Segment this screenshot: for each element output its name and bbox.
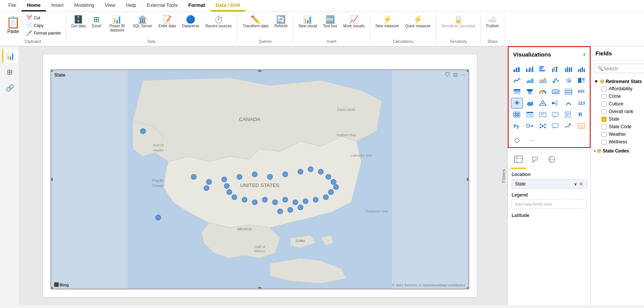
viz-clustered-horizontal[interactable]: [537, 64, 549, 74]
viz-kpi[interactable]: KPI: [575, 86, 587, 97]
paste-button[interactable]: 📋 Paste: [3, 14, 23, 36]
tab-modeling[interactable]: Modeling: [69, 0, 100, 11]
sidebar-btn-table[interactable]: ⊞: [2, 65, 17, 79]
viz-line[interactable]: [511, 75, 523, 86]
viz-card[interactable]: 123: [550, 86, 562, 97]
viz-chat[interactable]: [550, 121, 562, 131]
viz-line-clustered[interactable]: [550, 64, 562, 74]
location-field-dropdown[interactable]: ∨: [574, 181, 577, 187]
overall-rank-checkbox[interactable]: [602, 109, 606, 114]
state-code-checkbox[interactable]: [602, 124, 606, 129]
publish-button[interactable]: ☁️ Publish: [484, 14, 501, 30]
viz-waterfall[interactable]: [575, 64, 587, 74]
sql-server-button[interactable]: 🏛️ SQL Server: [130, 14, 155, 30]
viz-tab-format[interactable]: [528, 153, 543, 169]
viz-paginated[interactable]: [562, 109, 575, 120]
tab-format[interactable]: Format: [183, 0, 210, 11]
viz-diamond-btn[interactable]: [511, 135, 523, 146]
fields-group-retirement-header[interactable]: ▼ ⊞ Retirement Stats: [594, 78, 644, 85]
viz-pie[interactable]: [562, 75, 575, 86]
viz-stacked-bar[interactable]: [511, 64, 523, 74]
resize-handle-bm[interactable]: [258, 287, 261, 289]
viz-tab-analytics[interactable]: [544, 153, 559, 169]
get-data-button[interactable]: 🗄️ Get data: [69, 14, 88, 30]
map-visual[interactable]: State ⛉ ⊡ ···: [50, 69, 469, 289]
viz-line-area[interactable]: [537, 75, 549, 86]
tab-home[interactable]: Home: [22, 0, 46, 11]
viz-azure-map[interactable]: [537, 98, 549, 108]
viz-gauge[interactable]: [537, 86, 549, 97]
recent-sources-button[interactable]: ⏱️ Recent sources: [203, 14, 234, 30]
viz-area[interactable]: [524, 75, 536, 86]
field-affordability[interactable]: Affordability: [594, 85, 644, 93]
cut-button[interactable]: ✂️ Cut: [25, 14, 63, 21]
power-bi-datasets-button[interactable]: 📊 Power BI datasets: [105, 14, 129, 34]
viz-scatter[interactable]: [550, 75, 562, 86]
sensitivity-button[interactable]: 🔒 Sensitivity (preview): [439, 14, 478, 30]
field-overall-rank[interactable]: Overall rank: [594, 108, 644, 115]
resize-handle-ml[interactable]: [50, 178, 53, 181]
resize-handle-mr[interactable]: [467, 178, 469, 181]
text-box-button[interactable]: 🔤 Text box: [321, 14, 339, 30]
viz-r-script[interactable]: R: [575, 109, 587, 120]
viz-ribbon[interactable]: [562, 64, 575, 74]
viz-treemap[interactable]: [575, 75, 587, 86]
viz-ai-insights[interactable]: [562, 98, 575, 108]
fields-group-state-codes-header[interactable]: › ⊞ State Codes: [594, 147, 644, 154]
viz-decomp-tree[interactable]: [550, 98, 562, 108]
viz-bar-clustered[interactable]: [524, 64, 536, 74]
quick-measure-button[interactable]: ⚡ Quick measure: [403, 14, 433, 30]
refresh-button[interactable]: 🔄 Refresh: [272, 14, 290, 30]
resize-handle-tm[interactable]: [258, 69, 261, 72]
viz-numeric[interactable]: 123: [575, 98, 587, 108]
resize-handle-tr[interactable]: [467, 69, 469, 72]
copy-button[interactable]: 📄 Copy: [25, 22, 63, 29]
tab-datadrill[interactable]: Data / Drill: [210, 0, 245, 11]
viz-more-btn[interactable]: ···: [525, 135, 537, 146]
viz-anomaly[interactable]: [562, 121, 575, 131]
viz-key-influencers[interactable]: [524, 121, 536, 131]
field-weather[interactable]: Weather: [594, 130, 644, 138]
fields-search-box[interactable]: 🔍: [594, 64, 644, 73]
wellness-checkbox[interactable]: [602, 140, 606, 145]
viz-filled-map[interactable]: [524, 98, 536, 108]
format-painter-button[interactable]: 🖌️ Format painter: [25, 29, 63, 36]
field-state[interactable]: ✓ State: [594, 115, 644, 123]
more-visuals-button[interactable]: 📈 More visuals: [341, 14, 367, 30]
affordability-checkbox[interactable]: [602, 86, 606, 91]
viz-python[interactable]: Py: [511, 121, 523, 131]
tab-file[interactable]: File: [3, 0, 22, 11]
crime-checkbox[interactable]: [602, 94, 606, 99]
field-state-code[interactable]: State Code: [594, 123, 644, 130]
tab-view[interactable]: View: [99, 0, 121, 11]
viz-tab-fields[interactable]: [511, 153, 526, 169]
legend-placeholder[interactable]: Add data fields here: [512, 199, 587, 209]
transform-data-button[interactable]: ✏️ Transform data: [240, 14, 270, 30]
field-crime[interactable]: Crime: [594, 93, 644, 100]
weather-checkbox[interactable]: [602, 132, 606, 137]
new-measure-button[interactable]: ⚡ New measure: [373, 14, 401, 30]
viz-panel-collapse[interactable]: ›: [583, 51, 585, 58]
viz-custom-orange[interactable]: [575, 121, 587, 131]
viz-network[interactable]: [537, 121, 549, 131]
culture-checkbox[interactable]: [602, 102, 606, 107]
tab-external-tools[interactable]: External Tools: [141, 0, 183, 11]
field-wellness[interactable]: Wellness: [594, 138, 644, 146]
sidebar-btn-report[interactable]: 📊: [2, 49, 17, 63]
excel-button[interactable]: ⊞ Excel: [90, 14, 104, 30]
viz-qa[interactable]: ?: [550, 109, 562, 120]
state-checkbox[interactable]: ✓: [602, 117, 606, 122]
viz-table-viz[interactable]: [524, 109, 536, 120]
dataverse-button[interactable]: 🔵 Dataverse: [180, 14, 202, 30]
resize-handle-tl[interactable]: [50, 69, 53, 72]
viz-smart-narrative[interactable]: [537, 109, 549, 120]
enter-data-button[interactable]: 📝 Enter data: [156, 14, 178, 30]
viz-map[interactable]: [511, 98, 523, 108]
viz-funnel[interactable]: [524, 86, 536, 97]
resize-handle-br[interactable]: [467, 287, 469, 289]
tab-help[interactable]: Help: [121, 0, 141, 11]
tab-insert[interactable]: Insert: [46, 0, 69, 11]
resize-handle-bl[interactable]: [50, 287, 53, 289]
sidebar-btn-model[interactable]: 🔗: [2, 81, 17, 95]
fields-search-input[interactable]: [603, 66, 644, 71]
